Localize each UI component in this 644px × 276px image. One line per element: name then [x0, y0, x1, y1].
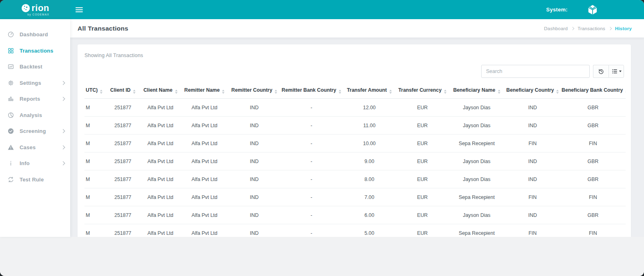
chevron-down-icon [619, 71, 622, 72]
column-header-client-name[interactable]: Client Name [140, 83, 181, 99]
table-row[interactable]: M251877Alfa Pvt LtdAlfa Pvt LtdIND-5.00E… [84, 224, 626, 237]
table-cell: IND [228, 206, 280, 224]
column-header-label: Remitter Bank Country [282, 87, 336, 93]
table-cell: IND [505, 117, 560, 135]
table-header-row: UTC)Client IDClient NameRemitter NameRem… [84, 83, 626, 99]
column-header-remitter-name[interactable]: Remitter Name [181, 83, 228, 99]
column-header-label: Transfer Amount [347, 87, 387, 93]
table-cell: Jayson Dias [449, 206, 505, 224]
sidebar-item-settings[interactable]: Settings [0, 75, 70, 91]
column-header-beneficiary-country[interactable]: Beneficiary Country [505, 83, 560, 99]
table-cell: 5.00 [342, 224, 396, 237]
column-header-label: Client Name [143, 87, 172, 93]
breadcrumb-separator-icon [571, 26, 574, 30]
table-cell: 12.00 [342, 99, 396, 117]
column-header-utc-[interactable]: UTC) [84, 83, 106, 99]
table-cell: Sepa Recepient [449, 188, 505, 206]
sidebar-item-label: Analysis [20, 112, 42, 118]
chevron-right-icon [61, 161, 65, 166]
app-window: rion by CODEMAX System: DashboardTransac… [0, 0, 644, 276]
table-cell: EUR [396, 117, 449, 135]
search-input[interactable] [481, 65, 590, 78]
table-cell: EUR [396, 170, 449, 188]
column-header-transfer-currency[interactable]: Transfer Currency [396, 83, 449, 99]
chevron-right-icon [61, 97, 65, 101]
column-header-beneficiary-bank-country[interactable]: Beneficiary Bank Country [560, 83, 626, 99]
history-button[interactable] [593, 65, 608, 78]
table-row[interactable]: M251877Alfa Pvt LtdAlfa Pvt LtdIND-11.00… [84, 117, 626, 135]
sidebar-item-label: Settings [20, 80, 41, 86]
sidebar-item-label: Test Rule [20, 177, 44, 183]
showing-label: Showing All Transactions [84, 53, 624, 58]
table-cell: Sepa Recepient [449, 135, 505, 152]
sidebar-item-test-rule[interactable]: Test Rule [0, 172, 70, 188]
topbar-main: System: [70, 0, 644, 19]
table-row[interactable]: M251877Alfa Pvt LtdAlfa Pvt LtdIND-10.00… [84, 135, 626, 152]
system-cube-icon[interactable] [586, 4, 599, 16]
table-cell: M [84, 99, 106, 117]
sidebar-item-reports[interactable]: Reports [0, 91, 70, 107]
table-cell: EUR [396, 188, 449, 206]
column-header-transfer-amount[interactable]: Transfer Amount [342, 83, 396, 99]
breadcrumb-dashboard[interactable]: Dashboard [544, 26, 568, 31]
app-body: DashboardTransactionsBacktestSettingsRep… [0, 19, 644, 237]
column-header-remitter-country[interactable]: Remitter Country [228, 83, 280, 99]
table-cell: Alfa Pvt Ltd [181, 206, 228, 224]
column-header-label: UTC) [86, 87, 98, 93]
search-row [84, 65, 624, 78]
brand-byline: by CODEMAX [27, 13, 49, 16]
sidebar-item-analysis[interactable]: Analysis [0, 107, 70, 124]
brand: rion by CODEMAX [21, 3, 49, 16]
column-header-remitter-bank-country[interactable]: Remitter Bank Country [280, 83, 342, 99]
table-cell: 251877 [106, 188, 140, 206]
table-cell: EUR [396, 99, 449, 117]
sidebar-item-info[interactable]: Info [0, 155, 70, 172]
table-cell: EUR [396, 206, 449, 224]
sidebar-item-transactions[interactable]: Transactions [0, 43, 70, 59]
table-cell: Jayson Dias [449, 152, 505, 170]
breadcrumb-transactions[interactable]: Transactions [577, 26, 605, 31]
table-toolbar [593, 65, 624, 78]
menu-toggle-button[interactable] [76, 7, 83, 12]
table-cell: Alfa Pvt Ltd [140, 224, 181, 237]
sidebar-item-backtest[interactable]: Backtest [0, 59, 70, 75]
table-cell: IND [228, 152, 280, 170]
column-header-label: Beneficiary Name [453, 87, 495, 93]
sidebar-item-cases[interactable]: Cases [0, 139, 70, 156]
brand-name: rion [31, 4, 49, 13]
sidebar-item-screening[interactable]: Screening [0, 123, 70, 139]
table-cell: M [84, 152, 106, 170]
table-cell: 251877 [106, 117, 140, 135]
info-icon [7, 160, 14, 167]
table-cell: 7.00 [342, 188, 396, 206]
table-cell: 10.00 [342, 135, 396, 152]
dashboard-icon [7, 31, 14, 38]
table-cell: - [280, 152, 342, 170]
top-header-bar: rion by CODEMAX System: [0, 0, 644, 19]
column-header-client-id[interactable]: Client ID [106, 83, 140, 99]
table-row[interactable]: M251877Alfa Pvt LtdAlfa Pvt LtdIND-6.00E… [84, 206, 626, 224]
sort-icon [100, 90, 102, 94]
table-cell: Alfa Pvt Ltd [181, 99, 228, 117]
table-cell: Jayson Dias [449, 99, 505, 117]
table-cell: Alfa Pvt Ltd [181, 224, 228, 237]
table-cell: Alfa Pvt Ltd [181, 152, 228, 170]
column-list-button[interactable] [608, 65, 624, 78]
table-row[interactable]: M251877Alfa Pvt LtdAlfa Pvt LtdIND-8.00E… [84, 170, 626, 188]
table-row[interactable]: M251877Alfa Pvt LtdAlfa Pvt LtdIND-9.00E… [84, 152, 626, 170]
footer-band [0, 237, 644, 276]
transactions-card: Showing All Transactions [78, 44, 631, 237]
brand-logo[interactable]: rion by CODEMAX [0, 0, 70, 19]
sort-icon [175, 90, 178, 94]
table-row[interactable]: M251877Alfa Pvt LtdAlfa Pvt LtdIND-12.00… [84, 99, 626, 117]
column-header-label: Remitter Country [231, 87, 272, 93]
table-cell: IND [505, 206, 560, 224]
table-row[interactable]: M251877Alfa Pvt LtdAlfa Pvt LtdIND-7.00E… [84, 188, 626, 206]
sidebar-item-dashboard[interactable]: Dashboard [0, 26, 70, 43]
table-cell: M [84, 224, 106, 237]
main-area: All Transactions DashboardTransactionsHi… [70, 19, 644, 237]
settings-icon [7, 79, 14, 86]
table-cell: Alfa Pvt Ltd [140, 170, 181, 188]
column-header-beneficiary-name[interactable]: Beneficiary Name [449, 83, 505, 99]
table-cell: IND [505, 152, 560, 170]
